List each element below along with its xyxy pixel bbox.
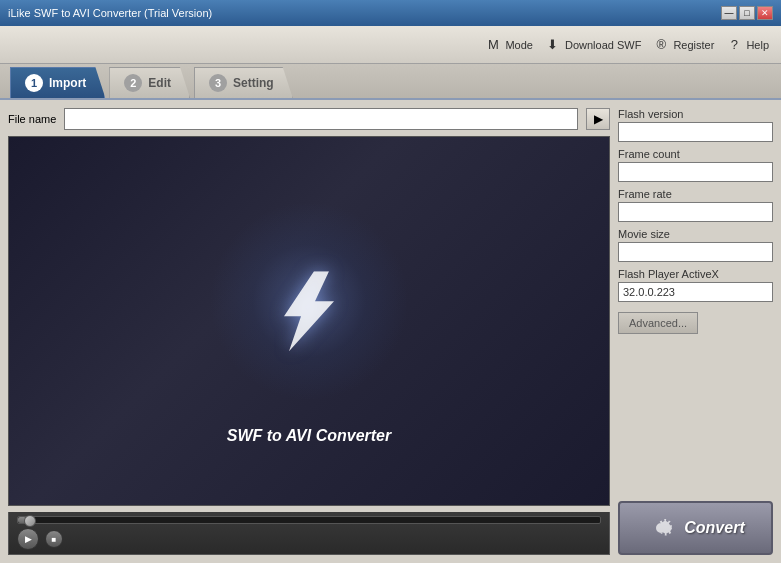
stop-button[interactable]: ■	[45, 530, 63, 548]
mode-button[interactable]: M Mode	[485, 37, 533, 53]
help-icon: ?	[726, 37, 742, 53]
browse-icon: ▶	[594, 112, 603, 126]
flash-version-group: Flash version	[618, 108, 773, 142]
browse-button[interactable]: ▶	[586, 108, 610, 130]
toolbar: M Mode ⬇ Download SWF ® Register ? Help	[0, 26, 781, 64]
tabs-bar: 1 Import 2 Edit 3 Setting	[0, 64, 781, 100]
flash-version-input[interactable]	[618, 122, 773, 142]
main-window: M Mode ⬇ Download SWF ® Register ? Help …	[0, 26, 781, 563]
playback-controls: ▶ ■	[17, 528, 601, 550]
play-button[interactable]: ▶	[17, 528, 39, 550]
convert-label: Convert	[684, 519, 744, 537]
window-title: iLike SWF to AVI Converter (Trial Versio…	[8, 7, 212, 19]
file-name-label: File name	[8, 113, 56, 125]
title-controls: — □ ✕	[721, 6, 773, 20]
file-name-input[interactable]	[64, 108, 578, 130]
tab-import-number: 1	[25, 74, 43, 92]
flash-player-input[interactable]	[618, 282, 773, 302]
stop-icon: ■	[52, 535, 57, 544]
help-button[interactable]: ? Help	[726, 37, 769, 53]
frame-rate-label: Frame rate	[618, 188, 773, 200]
mode-icon: M	[485, 37, 501, 53]
playback-bar: ▶ ■	[8, 512, 610, 555]
file-name-row: File name ▶	[8, 108, 610, 130]
title-bar: iLike SWF to AVI Converter (Trial Versio…	[0, 0, 781, 26]
convert-button[interactable]: Convert	[618, 501, 773, 555]
frame-rate-input[interactable]	[618, 202, 773, 222]
tab-import[interactable]: 1 Import	[10, 67, 105, 98]
flash-version-label: Flash version	[618, 108, 773, 120]
play-icon: ▶	[25, 534, 32, 544]
tab-edit[interactable]: 2 Edit	[109, 67, 190, 98]
movie-size-input[interactable]	[618, 242, 773, 262]
movie-size-group: Movie size	[618, 228, 773, 262]
preview-title: SWF to AVI Converter	[9, 427, 609, 445]
tab-setting-label: Setting	[233, 76, 274, 90]
movie-size-label: Movie size	[618, 228, 773, 240]
register-icon: ®	[653, 37, 669, 53]
frame-count-label: Frame count	[618, 148, 773, 160]
tab-setting[interactable]: 3 Setting	[194, 67, 293, 98]
tab-edit-label: Edit	[148, 76, 171, 90]
minimize-button[interactable]: —	[721, 6, 737, 20]
close-button[interactable]: ✕	[757, 6, 773, 20]
download-icon: ⬇	[545, 37, 561, 53]
right-panel: Flash version Frame count Frame rate Mov…	[618, 108, 773, 555]
left-panel: File name ▶ SWF to AVI Converter	[8, 108, 610, 555]
tab-setting-number: 3	[209, 74, 227, 92]
download-swf-button[interactable]: ⬇ Download SWF	[545, 37, 641, 53]
convert-gear-icon	[646, 513, 676, 543]
progress-thumb	[24, 515, 36, 527]
frame-count-group: Frame count	[618, 148, 773, 182]
progress-bar[interactable]	[17, 516, 601, 524]
flash-player-group: Flash Player ActiveX	[618, 268, 773, 302]
tab-import-label: Import	[49, 76, 86, 90]
frame-count-input[interactable]	[618, 162, 773, 182]
flash-logo-icon	[279, 271, 339, 354]
tab-edit-number: 2	[124, 74, 142, 92]
content-area: File name ▶ SWF to AVI Converter	[0, 100, 781, 563]
maximize-button[interactable]: □	[739, 6, 755, 20]
flash-player-label: Flash Player ActiveX	[618, 268, 773, 280]
preview-area: SWF to AVI Converter	[8, 136, 610, 506]
frame-rate-group: Frame rate	[618, 188, 773, 222]
advanced-button[interactable]: Advanced...	[618, 312, 698, 334]
register-button[interactable]: ® Register	[653, 37, 714, 53]
